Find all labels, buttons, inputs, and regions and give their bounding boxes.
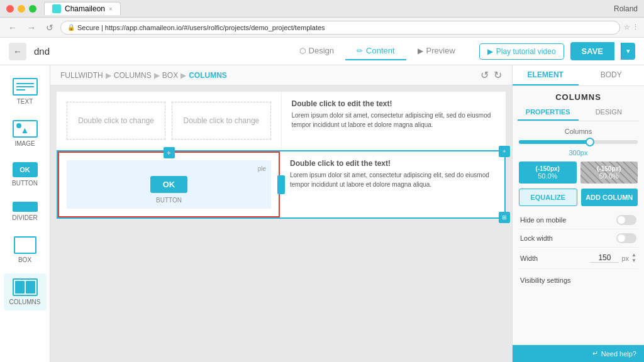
width-row: Width px ▲ ▼ [519,248,638,269]
star-icon[interactable]: ☆ [624,23,630,31]
breadcrumb-box[interactable]: BOX [162,71,178,80]
hide-mobile-toggle[interactable] [616,215,636,225]
slider-track [519,140,638,144]
width-down-arrow[interactable]: ▼ [631,258,636,263]
tutorial-button[interactable]: ▶ Play tutorial video [479,43,564,60]
width-input[interactable] [590,253,619,263]
width-arrows: ▲ ▼ [631,253,636,263]
browser-icons: ☆ ⋮ [624,23,639,31]
sidebar-item-divider[interactable]: DIVIDER [4,197,47,226]
url-text: Secure | https://app.chamaileon.io/#/use… [77,24,325,31]
breadcrumb-actions: ↺ ↻ [480,69,502,81]
lock-width-label: Lock width [520,234,553,242]
help-icon: ↵ [592,349,598,358]
tab-close-icon[interactable]: × [109,6,113,13]
ok-button[interactable]: OK [150,176,188,193]
forward-button[interactable]: → [24,21,39,34]
sidebar-item-text[interactable]: TEXT [4,73,47,110]
close-dot[interactable] [6,5,14,13]
width-controls: px ▲ ▼ [590,253,636,263]
visibility-row[interactable]: Visibility settings [519,269,638,290]
menu-icon[interactable]: ⋮ [632,23,639,31]
panel-sub-tab-design[interactable]: DESIGN [579,104,640,121]
left-column[interactable]: ple OK BUTTON + [58,151,280,217]
selected-columns-block[interactable]: ple OK BUTTON + Double click to edit the… [57,150,506,219]
width-unit: px [621,255,629,262]
tab-content[interactable]: ✏ Content [345,42,406,60]
need-help-label: Need help? [601,350,636,358]
design-icon: ⬡ [299,47,306,55]
redo-button[interactable]: ↻ [494,69,502,81]
sidebar-label-image: IMAGE [14,140,35,147]
header-tabs: ⬡ Design ✏ Content ▶ Preview [288,42,467,60]
sidebar-item-button[interactable]: OK BUTTON [4,157,47,192]
tab-label: Chamaileon [65,4,105,13]
back-button[interactable]: ← [9,43,26,60]
need-help-button[interactable]: ↵ Need help? [513,345,644,362]
browser-tab[interactable]: Chamaileon × [44,2,121,15]
save-button[interactable]: SAVE [570,42,614,60]
toggle-knob-2 [618,234,625,242]
column-card-1[interactable]: (-150px) 50.0% [519,162,577,184]
sidebar-label-button: BUTTON [12,180,38,187]
toggle-knob [618,216,625,224]
panel-tabs: ELEMENT BODY [513,65,644,86]
columns-icon [13,278,38,296]
panel-section-title: COLUMNS [513,86,644,104]
panel-sub-tabs: PROPERTIES DESIGN [518,104,639,121]
maximize-dot[interactable] [29,5,36,13]
user-name: Roland [614,4,638,13]
panel-sub-tab-properties[interactable]: PROPERTIES [518,104,579,121]
br-handle[interactable]: ⊞ [499,212,510,223]
refresh-button[interactable]: ↺ [43,21,57,34]
tab-preview[interactable]: ▶ Preview [406,42,467,60]
undo-button[interactable]: ↺ [480,69,489,81]
sidebar-item-box[interactable]: BOX [4,231,47,268]
col1-pct: 50.0% [523,172,573,180]
placeholder-left[interactable]: Double click to change [67,102,165,140]
placeholder-text: ple [258,165,266,172]
sidebar-item-image[interactable]: IMAGE [4,115,47,152]
address-bar[interactable]: 🔒 Secure | https://app.chamaileon.io/#/u… [60,21,620,35]
sidebar-label-divider: DIVIDER [12,214,38,221]
column-resize-handle[interactable] [277,175,285,194]
tab-design[interactable]: ⬡ Design [288,42,345,60]
add-column-button[interactable]: ADD COLUMN [581,189,638,206]
save-dropdown-button[interactable]: ▾ [621,43,635,60]
browserbar: ← → ↺ 🔒 Secure | https://app.chamaileon.… [0,18,644,38]
back-button[interactable]: ← [5,21,20,34]
column-cards: (-150px) 50.0% (-150px) 50.0% [519,162,638,184]
image-icon [13,120,38,138]
visibility-label: Visibility settings [520,277,571,284]
panel-content: Columns 300px (-150px) 50.0% (-150px) 50… [513,121,644,297]
col2-top-label: (-150px) [584,165,635,172]
lock-icon: 🔒 [67,24,75,31]
hide-mobile-label: Hide on mobile [520,216,566,224]
columns-slider[interactable]: 300px [519,140,638,156]
slider-thumb[interactable] [586,138,594,146]
column-card-2[interactable]: (-150px) 50.0% [580,162,638,184]
row2-body: Lorem ipsum dolor sit amet, consectetur … [290,170,494,189]
breadcrumb-columns[interactable]: COLUMNS [114,71,152,80]
tr-handle[interactable]: + [499,146,510,157]
tab-favicon [52,4,61,13]
minimize-dot[interactable] [18,5,25,13]
right-column[interactable]: Double click to edit the text! Lorem ips… [280,151,504,217]
play-icon: ▶ [487,47,493,56]
sidebar-item-columns[interactable]: COLUMNS [4,273,47,310]
breadcrumb-fullwidth[interactable]: FULLWIDTH [60,71,103,80]
equalize-button[interactable]: EQUALIZE [519,189,577,206]
col2-pct: 50.0% [584,172,635,180]
width-up-arrow[interactable]: ▲ [631,253,636,258]
panel-tab-body[interactable]: BODY [579,65,645,85]
placeholder-right[interactable]: Double click to change [172,102,270,140]
lock-width-toggle[interactable] [616,233,636,243]
add-handle-top[interactable]: + [164,147,175,158]
header-right: ▶ Play tutorial video SAVE ▾ [479,42,635,60]
breadcrumb: FULLWIDTH ▶ COLUMNS ▶ BOX ▶ COLUMNS ↺ ↻ [50,65,512,85]
row2-title: Double click to edit the text! [290,159,494,168]
titlebar: Chamaileon × Roland [0,0,644,18]
breadcrumb-active[interactable]: COLUMNS [189,71,227,80]
panel-tab-element[interactable]: ELEMENT [513,65,579,85]
project-name: dnd [34,46,50,57]
